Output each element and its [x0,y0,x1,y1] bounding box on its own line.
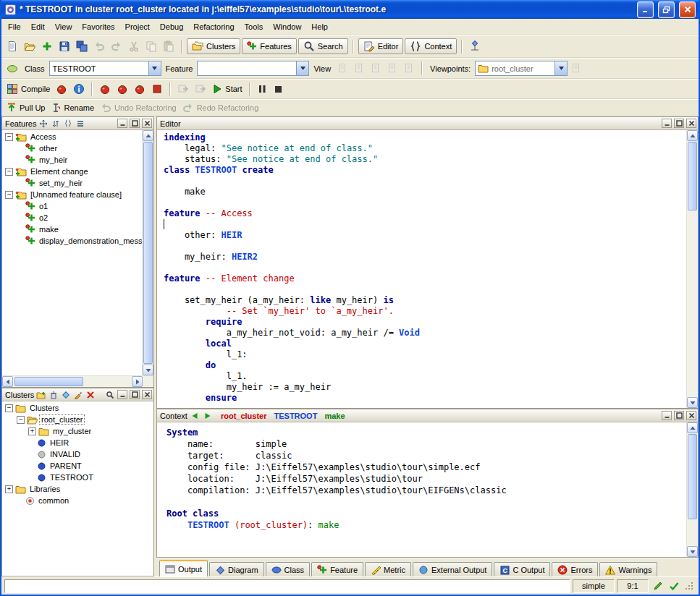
scroll-left-button[interactable] [2,376,13,387]
save-button[interactable] [56,38,72,54]
editor-code-area[interactable]: indexing legal: "See notice at end of cl… [157,130,686,408]
scroll-down-button[interactable] [687,397,698,408]
editor-close-button[interactable] [686,119,696,128]
viewpoints-extra-button[interactable] [569,61,584,76]
clusters-close-button[interactable] [142,390,152,399]
tree-item-parent[interactable]: PARENT [2,460,153,472]
editor-maximize-button[interactable] [674,119,684,128]
tree-item-other[interactable]: other [2,142,142,154]
features-sort-button[interactable] [50,119,61,129]
paste-button[interactable] [161,38,177,54]
context-vertical-scrollbar[interactable] [686,422,698,557]
context-maximize-button[interactable] [674,411,684,420]
view-clickable-button[interactable] [352,61,367,76]
view-basic-button[interactable] [335,61,350,76]
clusters-maximize-button[interactable] [130,390,140,399]
features-clauses-button[interactable] [62,119,73,129]
viewpoints-combo[interactable]: root_cluster [475,61,568,76]
feature-combo[interactable] [197,61,309,76]
tab-feature[interactable]: Feature [311,562,363,576]
restore-button[interactable] [658,1,675,18]
redo-button[interactable] [109,38,125,54]
features-minimize-button[interactable] [117,119,127,128]
tree-item-o2[interactable]: o2 [2,212,142,224]
scroll-thumb[interactable] [14,377,83,386]
tree-item-root-cluster[interactable]: −root_cluster [2,414,153,425]
tree-item-element-change[interactable]: −Element change [2,166,142,177]
menu-refactoring[interactable]: Refactoring [188,20,239,33]
scroll-track[interactable] [143,141,153,365]
view-flat-button[interactable] [368,61,384,76]
scroll-track[interactable] [687,141,698,397]
context-close-button[interactable] [686,411,696,420]
context-forward-button[interactable] [202,411,214,421]
menu-edit[interactable]: Edit [26,20,50,33]
redo-refactoring-button[interactable]: Redo Refactoring [180,100,261,116]
class-view-button[interactable] [4,61,20,77]
scroll-up-button[interactable] [687,422,698,433]
tab-diagram[interactable]: Diagram [209,562,264,576]
features-horizontal-scrollbar[interactable] [2,375,153,387]
scroll-up-button[interactable] [687,130,698,141]
scroll-down-button[interactable] [143,365,153,375]
rename-button[interactable]: Rename [49,101,96,115]
scroll-down-button[interactable] [687,546,698,557]
view-contract-button[interactable] [385,61,400,76]
melt-button[interactable] [97,81,113,97]
clusters-search-button[interactable] [104,390,115,400]
clusters-toggle-button[interactable]: Clusters [187,38,240,54]
cut-button[interactable] [126,38,142,54]
tab-output[interactable]: Output [159,560,208,576]
editor-toggle-button[interactable]: Editor [358,38,404,54]
tree-item-set-my-heir[interactable]: set_my_heir [2,177,142,189]
tree-item-testroot[interactable]: TESTROOT [2,472,153,483]
tree-item-clusters[interactable]: −Clusters [2,402,153,414]
diagram-view-button[interactable] [60,390,71,400]
undo-button[interactable] [91,38,107,54]
start-button[interactable]: Start [210,82,244,96]
save-all-button[interactable] [74,38,90,54]
info-button[interactable] [71,81,87,97]
remove-cluster-button[interactable] [85,390,96,400]
tree-item-heir[interactable]: HEIR [2,437,153,448]
context-crumb-cluster[interactable]: root_cluster [221,412,267,420]
tree-item-unnamed-feature-clause[interactable]: −[Unnamed feature clause] [2,189,142,200]
editor-vertical-scrollbar[interactable] [686,130,698,408]
viewpoints-combo-dropdown[interactable] [554,61,567,75]
features-list-button[interactable] [75,119,85,129]
close-button[interactable] [679,1,696,18]
collapse-toggle[interactable]: − [17,416,25,424]
editor-minimize-button[interactable] [662,119,672,128]
tree-item-common[interactable]: common [2,495,153,506]
stop-button[interactable] [271,82,285,96]
class-combo[interactable]: TESTROOT [49,61,161,76]
minimize-button[interactable] [637,1,654,18]
context-toggle-button[interactable]: Context [405,38,457,54]
tab-external-output[interactable]: External Output [413,562,492,576]
features-move-button[interactable] [38,119,49,129]
tree-item-libraries[interactable]: +Libraries [2,483,153,495]
open-button[interactable] [22,38,38,54]
menu-tools[interactable]: Tools [240,20,269,33]
features-close-button[interactable] [142,119,152,128]
delete-cluster-button[interactable] [48,390,59,400]
scroll-thumb[interactable] [688,434,697,519]
edit-cluster-button[interactable] [72,390,83,400]
precompile-button[interactable] [149,81,165,97]
tree-item-display-demonstration-messa[interactable]: display_demonstration_messa [2,235,142,247]
features-maximize-button[interactable] [130,119,140,128]
tree-item-invalid[interactable]: INVALID [2,448,153,460]
menu-window[interactable]: Window [268,20,306,33]
resize-grip[interactable] [683,579,696,593]
tab-errors[interactable]: Errors [552,562,598,576]
step-over-button[interactable] [175,81,191,97]
menu-debug[interactable]: Debug [155,20,188,33]
expand-toggle[interactable]: + [28,427,36,435]
collapse-toggle[interactable]: − [5,133,13,141]
pull-up-button[interactable]: Pull Up [4,101,47,115]
class-combo-dropdown[interactable] [148,61,161,75]
new-button[interactable] [4,38,20,54]
title-bar[interactable]: * TESTROOT in cluster root_cluster locat… [1,0,699,19]
freeze-button[interactable] [114,81,130,97]
context-crumb-feature[interactable]: make [324,412,345,420]
